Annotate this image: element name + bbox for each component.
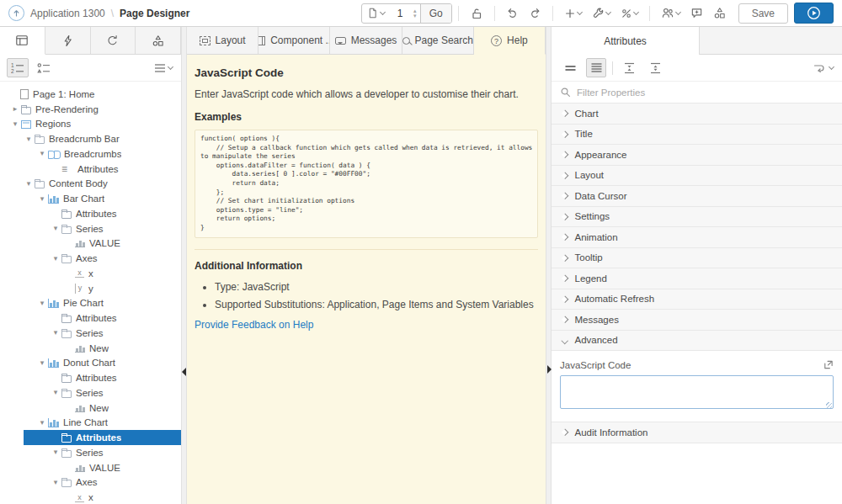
accordion-section-audit[interactable]: Audit Information bbox=[552, 422, 842, 443]
step-down-icon[interactable]: ▾ bbox=[413, 13, 417, 19]
accordion-section[interactable]: Tooltip bbox=[552, 248, 842, 269]
accordion-section[interactable]: Animation bbox=[552, 227, 842, 248]
tree-node[interactable]: Attributes bbox=[0, 310, 181, 326]
tree-expander-icon[interactable] bbox=[36, 419, 48, 427]
accordion-section[interactable]: Appearance bbox=[552, 145, 842, 166]
go-button[interactable]: Go bbox=[420, 4, 451, 23]
group-by-type-button[interactable] bbox=[33, 58, 55, 77]
page-finder-button[interactable] bbox=[362, 7, 390, 19]
tree-expander-icon[interactable] bbox=[36, 150, 48, 157]
open-in-code-editor-icon[interactable] bbox=[823, 359, 834, 370]
page-unlock-button[interactable] bbox=[465, 4, 488, 23]
resize-grip-icon[interactable] bbox=[826, 402, 832, 408]
tree-node[interactable]: Attributes bbox=[0, 162, 181, 177]
left-splitter-collapse-handle[interactable] bbox=[182, 368, 186, 376]
tree-expander-icon[interactable] bbox=[23, 135, 35, 143]
center-tab[interactable]: Messages bbox=[330, 27, 402, 55]
right-splitter-collapse-handle[interactable] bbox=[547, 365, 552, 374]
tree-node[interactable]: VALUE bbox=[0, 460, 181, 475]
filter-properties-input[interactable] bbox=[577, 88, 834, 98]
page-number-stepper[interactable]: ▴▾ bbox=[410, 8, 420, 19]
tree-menu-button[interactable] bbox=[152, 58, 174, 77]
tree-node[interactable]: Pie Chart bbox=[0, 296, 181, 311]
tree-node[interactable]: Content Body bbox=[0, 177, 181, 192]
tree-expander-icon[interactable] bbox=[36, 195, 48, 203]
accordion-section-advanced[interactable]: Advanced bbox=[552, 331, 842, 352]
tree-expander-icon[interactable] bbox=[50, 448, 61, 456]
save-button[interactable]: Save bbox=[738, 3, 788, 24]
tree-node[interactable]: Bar Chart bbox=[0, 191, 181, 206]
tree-node[interactable]: Axes bbox=[0, 251, 181, 266]
breadcrumb-application[interactable]: Application 1300 bbox=[30, 8, 105, 19]
tree-node[interactable]: Series bbox=[0, 445, 181, 460]
tab-attributes[interactable]: Attributes bbox=[552, 27, 700, 55]
tree-node[interactable]: Attributes bbox=[0, 370, 181, 385]
tree-node[interactable]: Regions bbox=[0, 117, 181, 132]
tree-node[interactable]: x bbox=[0, 266, 181, 281]
tree-node[interactable]: Series bbox=[0, 385, 181, 401]
order-by-sequence-button[interactable]: 12 bbox=[7, 58, 29, 77]
accordion-section[interactable]: Legend bbox=[552, 268, 842, 289]
utilities-menu-button[interactable] bbox=[587, 4, 616, 22]
center-tab[interactable]: Layout bbox=[187, 27, 258, 55]
expand-all-button[interactable] bbox=[645, 58, 665, 77]
shortcuts-menu-button[interactable] bbox=[616, 5, 643, 22]
accordion-section[interactable]: Layout bbox=[552, 166, 842, 187]
accordion-section[interactable]: Settings bbox=[552, 207, 842, 228]
tree-node[interactable]: New bbox=[0, 401, 181, 416]
tree-node[interactable]: x bbox=[0, 490, 181, 504]
tab-rendering[interactable] bbox=[0, 27, 45, 55]
tree-node[interactable]: New bbox=[0, 341, 181, 356]
tree-node[interactable]: Breadcrumb Bar bbox=[0, 131, 181, 146]
javascript-code-textarea[interactable] bbox=[560, 375, 834, 409]
tree-node[interactable]: Line Chart bbox=[0, 416, 181, 431]
accordion-section[interactable]: Chart bbox=[552, 103, 842, 125]
tree-node[interactable]: Page 1: Home bbox=[0, 87, 181, 102]
center-tab[interactable]: Page Search bbox=[402, 27, 474, 55]
tree-node[interactable]: Series bbox=[0, 326, 181, 341]
tree-node[interactable]: Attributes bbox=[0, 206, 181, 221]
tree-expander-icon[interactable] bbox=[50, 329, 61, 337]
center-tab[interactable]: Component ... bbox=[258, 27, 330, 55]
tree-node[interactable]: Attributes bbox=[0, 430, 181, 445]
create-menu-button[interactable] bbox=[559, 5, 587, 22]
tree-node[interactable]: Series bbox=[0, 221, 181, 236]
tree-expander-icon[interactable] bbox=[50, 389, 61, 396]
center-tab[interactable]: Help bbox=[474, 27, 546, 55]
shared-components-button[interactable] bbox=[708, 4, 731, 22]
tree-expander-icon[interactable] bbox=[9, 120, 21, 128]
show-all-button[interactable] bbox=[586, 58, 606, 77]
accordion-section[interactable]: Title bbox=[552, 125, 842, 146]
tree-expander-icon[interactable] bbox=[36, 300, 48, 307]
tree-expander-icon[interactable] bbox=[9, 105, 21, 113]
left-splitter[interactable] bbox=[181, 27, 187, 504]
tree-expander-icon[interactable] bbox=[50, 479, 61, 486]
tree-node[interactable]: VALUE bbox=[0, 236, 181, 252]
tree-expander-icon[interactable] bbox=[23, 180, 35, 188]
go-to-application-button[interactable] bbox=[8, 5, 24, 21]
provide-feedback-link[interactable]: Provide Feedback on Help bbox=[195, 319, 313, 331]
tab-processing[interactable] bbox=[91, 27, 136, 55]
tree-node[interactable]: y bbox=[0, 281, 181, 296]
go-to-group-button[interactable] bbox=[813, 62, 834, 74]
page-number-input[interactable] bbox=[390, 5, 410, 22]
tab-dynamic-actions[interactable] bbox=[45, 27, 91, 55]
tree-expander-icon[interactable] bbox=[50, 225, 61, 232]
tree-node[interactable]: Donut Chart bbox=[0, 356, 181, 371]
tab-shared-components[interactable] bbox=[136, 27, 181, 55]
accordion-section[interactable]: Messages bbox=[552, 310, 842, 331]
right-splitter[interactable] bbox=[546, 27, 552, 504]
team-menu-button[interactable] bbox=[656, 4, 685, 22]
feedback-button[interactable] bbox=[685, 4, 708, 22]
tree-expander-icon[interactable] bbox=[50, 255, 61, 263]
tree-node[interactable]: Axes bbox=[0, 475, 181, 491]
tree-node[interactable]: Breadcrumbs bbox=[0, 146, 181, 162]
tree-expander-icon[interactable] bbox=[36, 359, 48, 367]
undo-button[interactable] bbox=[501, 4, 524, 22]
run-page-button[interactable] bbox=[794, 3, 834, 24]
tree-node[interactable]: Pre-Rendering bbox=[0, 102, 181, 117]
accordion-section[interactable]: Automatic Refresh bbox=[552, 289, 842, 310]
collapse-all-button[interactable] bbox=[619, 58, 639, 77]
accordion-section[interactable]: Data Cursor bbox=[552, 186, 842, 207]
show-common-button[interactable] bbox=[560, 58, 580, 77]
